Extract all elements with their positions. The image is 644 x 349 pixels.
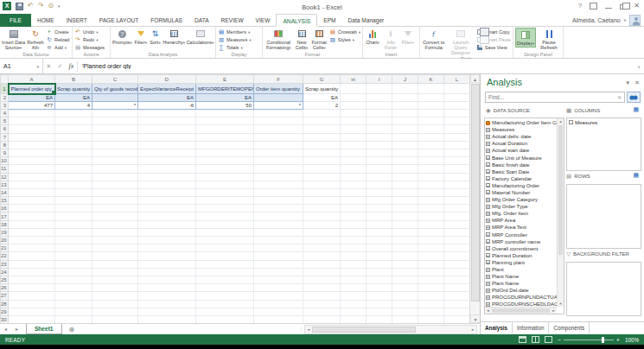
- cell[interactable]: [9, 315, 55, 323]
- tree-item[interactable]: Plant Name: [486, 280, 557, 287]
- cell[interactable]: [418, 252, 444, 260]
- cell[interactable]: [341, 268, 367, 276]
- cell[interactable]: [444, 133, 470, 141]
- cell[interactable]: [341, 141, 367, 149]
- cell[interactable]: [254, 284, 303, 292]
- cell[interactable]: [92, 244, 138, 252]
- cell[interactable]: [367, 244, 392, 252]
- tree-item-icon[interactable]: [486, 198, 490, 202]
- cell[interactable]: [196, 276, 254, 283]
- cell[interactable]: [367, 110, 392, 117]
- cell[interactable]: [341, 260, 367, 268]
- cell[interactable]: [55, 125, 92, 133]
- ribbon-tab[interactable]: PAGE LAYOUT: [93, 14, 145, 27]
- cell[interactable]: [138, 205, 196, 213]
- cell[interactable]: [418, 84, 444, 94]
- cell[interactable]: [341, 276, 367, 283]
- tree-item-icon[interactable]: [486, 121, 490, 125]
- cell[interactable]: [254, 197, 303, 205]
- cell[interactable]: [55, 260, 92, 268]
- cell[interactable]: [367, 205, 392, 213]
- tab-scroll-splitter[interactable]: ⁞: [300, 327, 302, 332]
- cell[interactable]: [444, 173, 470, 181]
- cell[interactable]: [196, 244, 254, 252]
- display-panel-button[interactable]: Display▾: [515, 28, 536, 48]
- cell[interactable]: [418, 315, 444, 323]
- cell[interactable]: [341, 133, 367, 141]
- cell[interactable]: [254, 300, 303, 308]
- normal-view-icon[interactable]: [519, 336, 526, 343]
- tree-item-icon[interactable]: [486, 190, 490, 194]
- cell[interactable]: [196, 284, 254, 292]
- cell[interactable]: [9, 197, 55, 205]
- cell[interactable]: [367, 268, 392, 276]
- find-input[interactable]: [488, 94, 617, 100]
- cell[interactable]: [9, 149, 55, 156]
- row-header[interactable]: 11: [1, 165, 9, 173]
- cell[interactable]: [444, 228, 470, 236]
- cell[interactable]: EA: [196, 94, 254, 102]
- cell[interactable]: [418, 276, 444, 283]
- cell[interactable]: [254, 292, 303, 300]
- cell[interactable]: [444, 188, 470, 196]
- cell[interactable]: [138, 157, 196, 165]
- cell[interactable]: Order item quantity: [254, 84, 303, 94]
- tree-item-icon[interactable]: [486, 225, 490, 230]
- cell[interactable]: [254, 117, 303, 125]
- cell[interactable]: [392, 205, 418, 213]
- zoom-slider-thumb[interactable]: [602, 337, 604, 343]
- row-header[interactable]: 22: [1, 252, 9, 260]
- cell[interactable]: [444, 300, 470, 308]
- cell[interactable]: [444, 268, 470, 276]
- cell[interactable]: [55, 197, 92, 205]
- cell[interactable]: [92, 252, 138, 260]
- add-button[interactable]: ⊕Add▾: [46, 44, 69, 51]
- cell[interactable]: [367, 141, 392, 149]
- minimize-icon[interactable]: [605, 8, 612, 9]
- tree-item-icon[interactable]: [486, 295, 490, 300]
- tree-item[interactable]: Actual Duration: [486, 140, 557, 147]
- cell[interactable]: [138, 181, 196, 188]
- cell[interactable]: [138, 315, 196, 323]
- row-header[interactable]: 13: [1, 181, 9, 188]
- cell[interactable]: [444, 252, 470, 260]
- cell[interactable]: [9, 181, 55, 188]
- cell[interactable]: [341, 237, 367, 244]
- cell[interactable]: [341, 94, 367, 102]
- cell[interactable]: [392, 237, 418, 244]
- cell[interactable]: [196, 260, 254, 268]
- launch-query-designer-button[interactable]: Launch Query Designer: [447, 28, 474, 55]
- avatar[interactable]: [629, 15, 641, 26]
- cell[interactable]: [254, 268, 303, 276]
- cell[interactable]: [92, 165, 138, 173]
- new-cells-button[interactable]: New Cells▾: [294, 28, 309, 51]
- panel-tab[interactable]: Information: [513, 322, 550, 333]
- tree-item-icon[interactable]: [486, 149, 490, 153]
- cell[interactable]: [254, 181, 303, 188]
- tree-item[interactable]: Plant Name: [486, 273, 557, 280]
- cell[interactable]: [367, 315, 392, 323]
- tree-item-icon[interactable]: [486, 239, 490, 244]
- cell[interactable]: [341, 228, 367, 236]
- row-header[interactable]: 26: [1, 284, 9, 292]
- cell[interactable]: [341, 213, 367, 220]
- cell[interactable]: [444, 205, 470, 213]
- cell[interactable]: EA: [303, 94, 341, 102]
- cell[interactable]: [254, 165, 303, 173]
- cell[interactable]: [92, 188, 138, 196]
- cell[interactable]: [254, 173, 303, 181]
- cell[interactable]: [392, 188, 418, 196]
- crosstab-button[interactable]: ▤Crosstab▾: [329, 29, 360, 35]
- cell[interactable]: [418, 237, 444, 244]
- tree-item[interactable]: Measures: [486, 126, 557, 133]
- cell[interactable]: [92, 284, 138, 292]
- insert-filter-button[interactable]: Filter▾: [401, 28, 415, 46]
- find-box[interactable]: ✕: [485, 92, 625, 103]
- cell[interactable]: [92, 125, 138, 133]
- tree-item[interactable]: MRP Area Text: [486, 224, 557, 231]
- cell[interactable]: [92, 117, 138, 125]
- cell[interactable]: [444, 237, 470, 244]
- cell[interactable]: [254, 220, 303, 228]
- ribbon-tab[interactable]: EPM: [317, 14, 341, 27]
- smart-copy-button[interactable]: Smart Copy: [476, 29, 511, 35]
